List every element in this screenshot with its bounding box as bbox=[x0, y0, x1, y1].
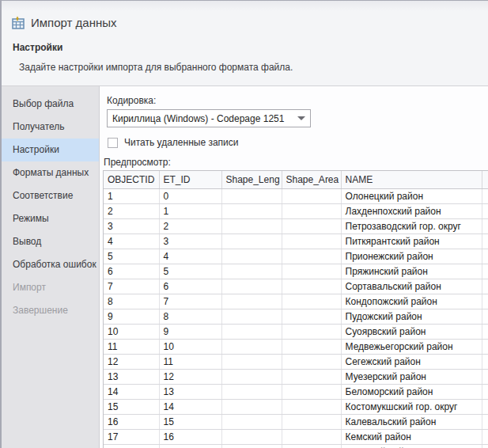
sidebar-item-8[interactable]: Обработка ошибок bbox=[2, 253, 99, 276]
table-cell-filler bbox=[482, 324, 488, 339]
table-cell: 4 bbox=[159, 249, 221, 264]
sidebar-item-6[interactable]: Режимы bbox=[2, 207, 99, 230]
table-cell: 14 bbox=[159, 399, 221, 414]
table-cell bbox=[221, 384, 282, 399]
table-cell-filler bbox=[482, 218, 488, 233]
table-row[interactable]: 1110Медвежьегорский район bbox=[104, 339, 488, 354]
table-cell: 9 bbox=[159, 324, 221, 339]
table-cell-filler bbox=[482, 188, 488, 203]
table-cell: Пряжинский район bbox=[341, 264, 482, 279]
import-data-dialog: Импорт данных Настройки Задайте настройк… bbox=[0, 0, 488, 448]
table-row[interactable]: 54Прионежский район bbox=[104, 249, 488, 264]
table-cell: 18 bbox=[104, 444, 159, 448]
wizard-steps-sidebar: Выбор файлаПолучательНастройкиФорматы да… bbox=[2, 86, 100, 448]
column-header[interactable]: NAME bbox=[341, 171, 482, 188]
table-cell-filler bbox=[482, 249, 488, 264]
sidebar-item-5[interactable]: Соответствие bbox=[2, 184, 99, 207]
column-header[interactable]: Shape_Area bbox=[282, 171, 341, 188]
table-cell: 15 bbox=[104, 399, 159, 414]
table-cell: 3 bbox=[104, 218, 159, 233]
table-cell bbox=[282, 233, 341, 249]
table-cell bbox=[282, 354, 341, 369]
table-cell bbox=[221, 264, 282, 279]
table-row[interactable]: 10Олонецкий район bbox=[104, 188, 488, 203]
table-row[interactable]: 1817Лоухский район bbox=[104, 444, 488, 448]
sidebar-item-3[interactable]: Настройки bbox=[2, 139, 99, 161]
sidebar-item-10: Завершение bbox=[2, 299, 99, 322]
table-row[interactable]: 21Лахденпохский район bbox=[104, 203, 488, 218]
table-cell bbox=[221, 414, 282, 429]
table-cell: Питкярантский район bbox=[341, 233, 482, 249]
table-row[interactable]: 109Суоярвский район bbox=[104, 324, 488, 339]
dialog-header: Импорт данных Настройки Задайте настройк… bbox=[2, 1, 488, 86]
table-cell-filler bbox=[482, 444, 488, 448]
table-cell bbox=[282, 339, 341, 354]
table-cell-filler bbox=[482, 203, 488, 218]
table-cell bbox=[221, 339, 282, 354]
table-cell-filler bbox=[482, 399, 488, 414]
table-cell bbox=[221, 249, 282, 264]
table-cell bbox=[282, 279, 341, 294]
read-deleted-records-checkbox[interactable] bbox=[108, 138, 118, 148]
page-description: Задайте настройки импорта для выбранного… bbox=[19, 62, 488, 73]
table-cell bbox=[282, 384, 341, 399]
table-cell: 12 bbox=[159, 369, 221, 384]
table-cell bbox=[282, 203, 341, 218]
encoding-combobox[interactable]: Кириллица (Windows) - Codepage 1251 bbox=[107, 109, 311, 127]
sidebar-item-7[interactable]: Вывод bbox=[2, 230, 99, 253]
preview-label: Предпросмотр: bbox=[104, 157, 488, 168]
table-row[interactable]: 76Сортавальский район bbox=[104, 279, 488, 294]
table-cell bbox=[282, 249, 341, 264]
table-cell bbox=[282, 309, 341, 324]
table-row[interactable]: 87Кондопожский район bbox=[104, 294, 488, 309]
table-cell: 16 bbox=[104, 414, 159, 429]
table-cell-filler bbox=[482, 233, 488, 249]
table-cell: 10 bbox=[159, 339, 221, 354]
table-cell: Костомукшский гор. округ bbox=[341, 399, 482, 414]
table-row[interactable]: 1312Муезерский район bbox=[104, 369, 488, 384]
table-cell: 1 bbox=[159, 203, 221, 218]
sidebar-item-9: Импорт bbox=[2, 276, 99, 299]
table-row[interactable]: 32Петрозаводский гор. округ bbox=[104, 218, 488, 233]
table-cell bbox=[221, 369, 282, 384]
table-cell bbox=[282, 414, 341, 429]
table-row[interactable]: 1716Кемский район bbox=[104, 429, 488, 444]
table-row[interactable]: 65Пряжинский район bbox=[104, 264, 488, 279]
table-cell-filler bbox=[482, 309, 488, 324]
table-row[interactable]: 1615Калевальский район bbox=[104, 414, 488, 429]
sidebar-item-4[interactable]: Форматы данных bbox=[2, 161, 99, 184]
table-cell: 2 bbox=[104, 203, 159, 218]
table-cell bbox=[221, 429, 282, 444]
sidebar-item-2[interactable]: Получатель bbox=[2, 116, 99, 139]
table-cell bbox=[221, 354, 282, 369]
table-cell: 5 bbox=[159, 264, 221, 279]
table-cell bbox=[282, 188, 341, 203]
table-cell: 5 bbox=[104, 249, 159, 264]
table-cell: Петрозаводский гор. округ bbox=[341, 218, 482, 233]
read-deleted-records-option[interactable]: Читать удаленные записи bbox=[108, 137, 488, 148]
table-row[interactable]: 1211Сегежский район bbox=[104, 354, 488, 369]
column-header[interactable]: OBJECTID bbox=[104, 171, 159, 188]
table-cell bbox=[221, 188, 282, 203]
table-row[interactable]: 1413Беломорский район bbox=[104, 384, 488, 399]
table-cell: 11 bbox=[104, 339, 159, 354]
table-cell bbox=[282, 264, 341, 279]
table-row[interactable]: 1514Костомукшский гор. округ bbox=[104, 399, 488, 414]
settings-panel: Кодировка: Кириллица (Windows) - Codepag… bbox=[100, 86, 488, 448]
table-row[interactable]: 43Питкярантский район bbox=[104, 233, 488, 249]
table-row[interactable]: 98Пудожский район bbox=[104, 309, 488, 324]
column-header[interactable]: Shape_Leng bbox=[221, 171, 282, 188]
table-cell: 10 bbox=[104, 324, 159, 339]
table-cell bbox=[221, 233, 282, 249]
table-cell bbox=[221, 294, 282, 309]
table-cell-filler bbox=[482, 384, 488, 399]
table-cell-filler bbox=[482, 279, 488, 294]
table-cell: 9 bbox=[104, 309, 159, 324]
table-cell: Прионежский район bbox=[341, 249, 482, 264]
page-title: Настройки bbox=[13, 42, 488, 53]
sidebar-item-1[interactable]: Выбор файла bbox=[2, 93, 99, 116]
column-header[interactable]: ET_ID bbox=[159, 171, 221, 188]
table-cell: 0 bbox=[159, 188, 221, 203]
table-cell bbox=[282, 444, 341, 448]
table-cell: 3 bbox=[159, 233, 221, 249]
